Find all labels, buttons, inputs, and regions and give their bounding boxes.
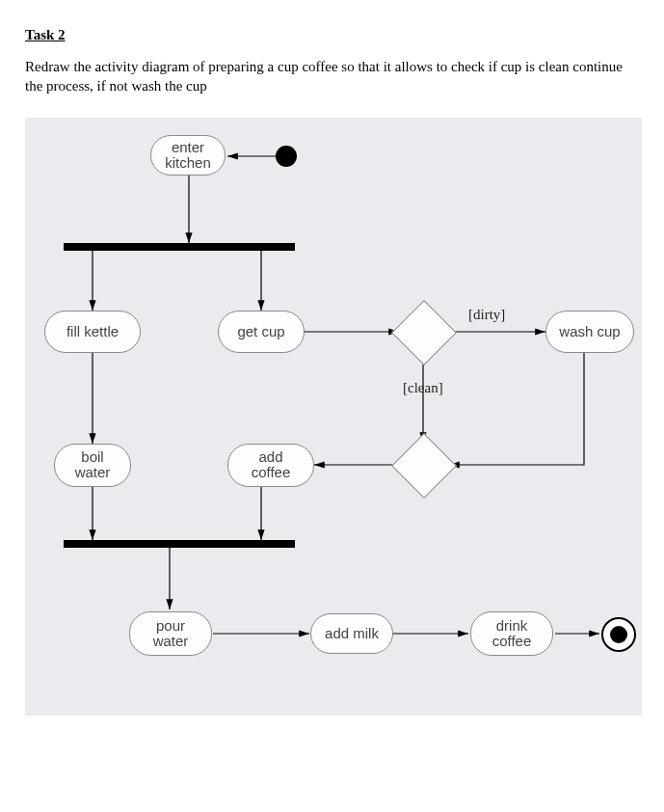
task-title: Task 2 — [25, 27, 639, 43]
final-node-inner — [610, 626, 627, 643]
activity-pour-water: pourwater — [129, 611, 212, 656]
activity-wash-cup: wash cup — [545, 311, 634, 353]
guard-dirty: [dirty] — [468, 307, 505, 323]
activity-get-cup: get cup — [218, 311, 305, 353]
activity-boil-water: boilwater — [54, 444, 131, 487]
guard-clean: [clean] — [403, 380, 443, 396]
initial-node — [276, 146, 297, 167]
activity-add-milk: add milk — [310, 613, 393, 654]
activity-fill-kettle: fill kettle — [44, 311, 141, 353]
task-description: Redraw the activity diagram of preparing… — [25, 57, 639, 96]
activity-add-coffee: addcoffee — [227, 444, 314, 487]
fork-bar — [64, 243, 295, 251]
activity-diagram: enterkitchen fill kettle get cup wash cu… — [25, 118, 642, 716]
join-bar — [64, 540, 295, 548]
final-node — [601, 617, 636, 652]
activity-enter-kitchen: enterkitchen — [150, 135, 226, 176]
activity-drink-coffee: drinkcoffee — [470, 611, 553, 656]
